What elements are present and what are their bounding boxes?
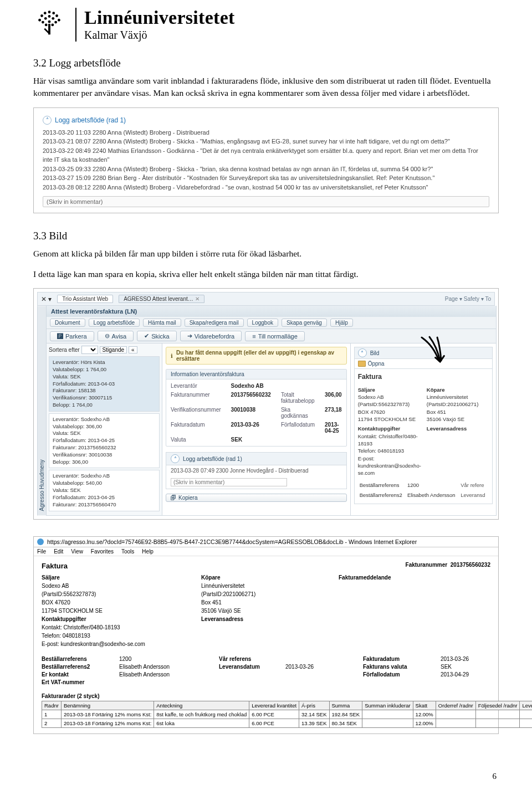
agresso-main-menu-tab[interactable]: Agresso Huvudmeny [37,306,46,515]
section-heading-3-3: 3.3 Bild [33,230,499,242]
menu-tools[interactable]: Tools [121,548,134,555]
info-icon: ℹ [171,353,173,359]
invoice-lines-table: RadnrBenämningAnteckning Levererad kvant… [42,701,532,728]
sublog-header[interactable]: ˄ Logg arbetsflöde (rad 1) [166,453,346,465]
section-3-3-paragraph-2: I detta läge kan man spara en kopia, skr… [33,268,499,280]
chevron-up-icon[interactable]: ˄ [171,454,180,463]
hand-arrow-annotation-icon [411,335,452,372]
browser-tabbar: ✕ ▾ Trio Assistant Web AGRESSO Attest le… [37,292,495,306]
svg-point-12 [48,20,51,23]
menu-edit[interactable]: Edit [54,548,63,555]
menu-help[interactable]: Help [142,548,154,555]
page-number: 6 [493,772,497,781]
invoice-detail-panel: ℹ Du har fått denna uppgift (eller del a… [162,343,351,515]
menu-favorites[interactable]: Favorites [91,548,114,555]
browser-tab-trio[interactable]: Trio Assistant Web [57,295,113,303]
screenshot-invoice-popup: https://agresso.lnu.se/?docId=75746E92-B… [33,536,499,734]
list-item[interactable]: Leverantör: Sodexho AB Valutabelopp: 540… [49,470,160,511]
menu-file[interactable]: File [37,548,46,555]
section-3-3-paragraph-1: Genom att klicka på bilden får man upp b… [33,248,499,260]
log-line: 2013-03-20 11:03 2280 Anna (Wistedt) Bro… [43,128,489,137]
svg-point-0 [48,11,51,13]
btn-parkera[interactable]: 🅿 Parkera [50,331,94,341]
log-panel-title[interactable]: ˄ Logg arbetsflöde (rad 1) [43,116,489,125]
ie-menubar: File Edit View Favorites Tools Help [34,547,498,556]
sort-field[interactable] [81,346,98,354]
section-3-2-paragraph: Här visas samtliga användare som varit i… [33,75,499,100]
btn-skicka[interactable]: ✔ Skicka [137,331,176,341]
doc-heading: Faktura [42,562,68,570]
log-line: 2013-03-27 15:09 2280 Brian Berg - Åter … [43,173,489,183]
info-panel-header: Information leverantörsfaktura [166,370,346,379]
btn-skapa-mail[interactable]: Skapa/redigera mail [185,319,244,327]
faktura-heading: Faktura [358,372,489,382]
svg-point-13 [45,24,48,27]
screenshot-log-workflow: ˄ Logg arbetsflöde (rad 1) 2013-03-20 11… [33,107,499,214]
btn-dokument[interactable]: Dokument [50,319,85,327]
screenshot-agresso-app: ✕ ▾ Trio Assistant Web AGRESSO Attest le… [33,288,499,519]
invoice-list-panel: Sortera efter Stigande « Leverantör: Hör… [47,343,162,515]
sublog-comment-input[interactable] [171,478,287,486]
svg-point-2 [52,12,55,14]
btn-vidarebefordra[interactable]: ➔ Vidarebefordra [180,331,242,341]
log-panel-title-text: Logg arbetsflöde (rad 1) [55,116,126,124]
chevron-up-icon[interactable]: ˄ [43,116,52,125]
svg-point-9 [58,19,60,22]
btn-genvag[interactable]: Skapa genväg [282,319,327,327]
university-name-block: Linnéuniversitetet Kalmar Växjö [75,8,235,42]
log-line: 2013-03-28 08:12 2280 Anna (Wistedt) Bro… [43,183,489,192]
window-title: Attest leverantörsfaktura (LN) [46,306,497,317]
svg-point-11 [54,21,57,24]
lines-header: Fakturarader (2 styck) [42,693,490,699]
table-row: 22013-03-18 Förtäring 12% moms Kst:6st l… [42,719,533,727]
ie-titlebar: https://agresso.lnu.se/?docId=75746E92-B… [34,537,498,547]
browser-tab-agresso[interactable]: AGRESSO Attest leverant… ✕ [119,295,204,303]
btn-normallage[interactable]: ≡ Till normalläge [245,331,305,341]
section-heading-3-2: 3.2 Logg arbetsflöde [33,57,499,69]
chevron-up-icon[interactable]: ˄ [358,348,367,357]
btn-kopiera[interactable]: 🗐 Kopiera [166,494,347,502]
list-item[interactable]: Leverantör: Sodexho AB Valutabelopp: 306… [49,413,160,469]
svg-point-6 [44,17,47,20]
university-subtitle: Kalmar Växjö [84,29,235,42]
sort-collapse[interactable]: « [129,346,137,353]
svg-point-14 [51,24,54,27]
university-name: Linnéuniversitetet [84,8,235,28]
menu-view[interactable]: View [71,548,83,555]
ie-title-text: https://agresso.lnu.se/?docId=75746E92-B… [47,538,417,545]
svg-point-5 [48,15,51,18]
document-header: Linnéuniversitetet Kalmar Växjö [33,6,499,42]
comment-input[interactable]: (Skriv in kommentar) [43,196,489,207]
sublog-line: 2013-03-28 07:49 2300 Jonne Hovdegård - … [166,465,346,476]
doc-fakturanummer: Fakturanummer 2013756560232 [406,562,490,573]
btn-loggbok[interactable]: Loggbok [247,319,278,327]
log-line: 2013-03-21 08:07 2280 Anna (Wistedt) Bro… [43,137,489,146]
svg-point-10 [42,21,44,24]
svg-point-1 [44,12,47,14]
ie-icon [37,538,44,545]
log-line: 2013-03-25 09:33 2280 Anna (Wistedt) Bro… [43,165,489,174]
folder-icon [358,361,366,367]
invoice-image-preview[interactable]: Faktura Säljare Sodexo AB (PartsID:55623… [354,368,493,504]
log-entries: 2013-03-20 11:03 2280 Anna (Wistedt) Bro… [43,128,489,192]
svg-point-8 [38,19,41,22]
btn-avvisa[interactable]: ⊖ Avisa [98,331,134,341]
log-line: 2013-03-22 08:49 2240 Mathias Erlandsson… [43,146,489,165]
invoice-doc: Faktura Fakturanummer 2013756560232 Sälj… [34,556,498,733]
table-row: 12013-03-18 Förtäring 12% moms Kst:8st k… [42,710,533,719]
browser-tools[interactable]: Page ▾ Safety ▾ To [445,296,491,302]
svg-point-4 [55,14,58,17]
toolbar-primary: Dokument Logg arbetsflöde Hämta mail Ska… [46,317,497,329]
tree-logo-icon [33,8,65,40]
svg-point-3 [40,14,43,17]
sort-label: Sortera efter [49,347,80,353]
btn-logg[interactable]: Logg arbetsflöde [89,319,140,327]
svg-point-7 [52,17,54,20]
btn-hamta-mail[interactable]: Hämta mail [143,319,181,327]
bild-panel: ˄ Bild Öppna Faktura Säljare [351,343,496,515]
list-item[interactable]: Leverantör: Hörs Kista Valutabelopp: 1 7… [49,356,160,412]
btn-hjalp[interactable]: Hjälp [330,319,353,327]
sort-dir[interactable]: Stigande [100,346,127,353]
substitute-notice: ℹ Du har fått denna uppgift (eller del a… [166,347,347,365]
